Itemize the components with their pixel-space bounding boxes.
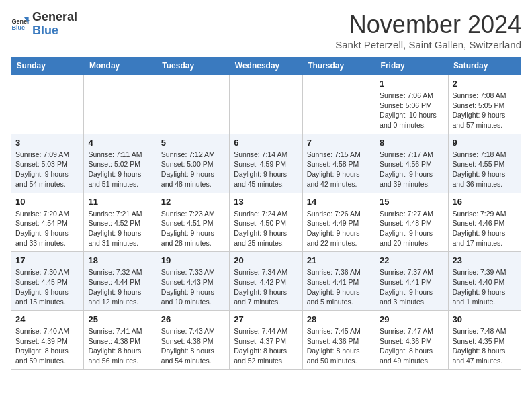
day-number: 23 <box>453 255 517 265</box>
day-number: 7 <box>307 138 371 148</box>
month-title: November 2024 <box>335 11 521 39</box>
day-info: Sunrise: 7:09 AMSunset: 5:03 PMDaylight:… <box>15 150 79 189</box>
calendar-day-cell <box>84 75 157 134</box>
calendar-day-cell: 22Sunrise: 7:37 AMSunset: 4:41 PMDayligh… <box>375 252 448 311</box>
day-number: 3 <box>15 138 79 148</box>
day-info: Sunrise: 7:30 AMSunset: 4:45 PMDaylight:… <box>15 267 79 307</box>
calendar-week-row: 10Sunrise: 7:20 AMSunset: 4:54 PMDayligh… <box>11 193 521 252</box>
location-title: Sankt Peterzell, Saint Gallen, Switzerla… <box>335 39 521 50</box>
day-number: 8 <box>380 138 443 148</box>
day-number: 27 <box>234 314 298 324</box>
day-info: Sunrise: 7:14 AMSunset: 4:59 PMDaylight:… <box>234 150 298 189</box>
day-info: Sunrise: 7:12 AMSunset: 5:00 PMDaylight:… <box>161 150 225 189</box>
day-info: Sunrise: 7:32 AMSunset: 4:44 PMDaylight:… <box>88 267 152 307</box>
day-number: 12 <box>161 197 225 207</box>
day-info: Sunrise: 7:20 AMSunset: 4:54 PMDaylight:… <box>15 209 79 248</box>
calendar-day-cell: 11Sunrise: 7:21 AMSunset: 4:52 PMDayligh… <box>84 193 157 252</box>
day-number: 6 <box>234 138 298 148</box>
calendar-day-cell: 18Sunrise: 7:32 AMSunset: 4:44 PMDayligh… <box>84 252 157 311</box>
calendar-day-cell: 26Sunrise: 7:43 AMSunset: 4:38 PMDayligh… <box>157 311 229 370</box>
day-number: 29 <box>380 314 443 324</box>
calendar-table: SundayMondayTuesdayWednesdayThursdayFrid… <box>11 57 521 370</box>
calendar-day-cell: 20Sunrise: 7:34 AMSunset: 4:42 PMDayligh… <box>230 252 302 311</box>
day-info: Sunrise: 7:33 AMSunset: 4:43 PMDaylight:… <box>161 267 225 307</box>
day-info: Sunrise: 7:17 AMSunset: 4:56 PMDaylight:… <box>380 150 443 189</box>
weekday-header-cell: Thursday <box>302 57 375 75</box>
day-number: 21 <box>307 255 371 265</box>
calendar-day-cell: 8Sunrise: 7:17 AMSunset: 4:56 PMDaylight… <box>375 134 448 193</box>
calendar-day-cell: 19Sunrise: 7:33 AMSunset: 4:43 PMDayligh… <box>157 252 229 311</box>
calendar-day-cell <box>302 75 375 134</box>
calendar-day-cell: 5Sunrise: 7:12 AMSunset: 5:00 PMDaylight… <box>157 134 229 193</box>
weekday-header-cell: Monday <box>84 57 157 75</box>
day-info: Sunrise: 7:40 AMSunset: 4:39 PMDaylight:… <box>15 326 79 366</box>
calendar-day-cell: 15Sunrise: 7:27 AMSunset: 4:48 PMDayligh… <box>375 193 448 252</box>
calendar-day-cell: 14Sunrise: 7:26 AMSunset: 4:49 PMDayligh… <box>302 193 375 252</box>
calendar-day-cell: 13Sunrise: 7:24 AMSunset: 4:50 PMDayligh… <box>230 193 302 252</box>
day-number: 11 <box>88 197 152 207</box>
calendar-day-cell <box>157 75 229 134</box>
day-info: Sunrise: 7:36 AMSunset: 4:41 PMDaylight:… <box>307 267 371 307</box>
day-number: 30 <box>453 314 517 324</box>
day-info: Sunrise: 7:37 AMSunset: 4:41 PMDaylight:… <box>380 267 443 307</box>
day-info: Sunrise: 7:15 AMSunset: 4:58 PMDaylight:… <box>307 150 371 189</box>
weekday-header-cell: Saturday <box>448 57 521 75</box>
calendar-day-cell: 28Sunrise: 7:45 AMSunset: 4:36 PMDayligh… <box>302 311 375 370</box>
weekday-header-row: SundayMondayTuesdayWednesdayThursdayFrid… <box>11 57 521 75</box>
day-number: 1 <box>380 79 443 89</box>
day-info: Sunrise: 7:26 AMSunset: 4:49 PMDaylight:… <box>307 209 371 248</box>
calendar-day-cell: 25Sunrise: 7:41 AMSunset: 4:38 PMDayligh… <box>84 311 157 370</box>
calendar-day-cell: 7Sunrise: 7:15 AMSunset: 4:58 PMDaylight… <box>302 134 375 193</box>
day-info: Sunrise: 7:43 AMSunset: 4:38 PMDaylight:… <box>161 326 225 366</box>
day-number: 25 <box>88 314 152 324</box>
logo-icon: General Blue <box>11 15 30 34</box>
calendar-day-cell: 10Sunrise: 7:20 AMSunset: 4:54 PMDayligh… <box>11 193 84 252</box>
day-number: 2 <box>453 79 517 89</box>
day-info: Sunrise: 7:24 AMSunset: 4:50 PMDaylight:… <box>234 209 298 248</box>
day-number: 14 <box>307 197 371 207</box>
calendar-day-cell: 4Sunrise: 7:11 AMSunset: 5:02 PMDaylight… <box>84 134 157 193</box>
day-number: 15 <box>380 197 443 207</box>
day-info: Sunrise: 7:29 AMSunset: 4:46 PMDaylight:… <box>453 209 517 248</box>
day-number: 4 <box>88 138 152 148</box>
day-number: 18 <box>88 255 152 265</box>
calendar-day-cell: 17Sunrise: 7:30 AMSunset: 4:45 PMDayligh… <box>11 252 84 311</box>
calendar-day-cell: 29Sunrise: 7:47 AMSunset: 4:36 PMDayligh… <box>375 311 448 370</box>
title-block: November 2024 Sankt Peterzell, Saint Gal… <box>335 11 521 50</box>
weekday-header-cell: Sunday <box>11 57 84 75</box>
day-number: 19 <box>161 255 225 265</box>
weekday-header-cell: Wednesday <box>230 57 302 75</box>
day-number: 22 <box>380 255 443 265</box>
day-info: Sunrise: 7:08 AMSunset: 5:05 PMDaylight:… <box>453 91 517 130</box>
calendar-day-cell: 6Sunrise: 7:14 AMSunset: 4:59 PMDaylight… <box>230 134 302 193</box>
calendar-day-cell: 2Sunrise: 7:08 AMSunset: 5:05 PMDaylight… <box>448 75 521 134</box>
day-number: 28 <box>307 314 371 324</box>
calendar-day-cell: 24Sunrise: 7:40 AMSunset: 4:39 PMDayligh… <box>11 311 84 370</box>
weekday-header-cell: Tuesday <box>157 57 229 75</box>
day-info: Sunrise: 7:45 AMSunset: 4:36 PMDaylight:… <box>307 326 371 366</box>
calendar-day-cell: 23Sunrise: 7:39 AMSunset: 4:40 PMDayligh… <box>448 252 521 311</box>
calendar-week-row: 1Sunrise: 7:06 AMSunset: 5:06 PMDaylight… <box>11 75 521 134</box>
day-number: 24 <box>15 314 79 324</box>
calendar-day-cell: 9Sunrise: 7:18 AMSunset: 4:55 PMDaylight… <box>448 134 521 193</box>
day-info: Sunrise: 7:44 AMSunset: 4:37 PMDaylight:… <box>234 326 298 366</box>
day-number: 10 <box>15 197 79 207</box>
logo: General Blue General Blue <box>11 11 77 38</box>
calendar-day-cell: 1Sunrise: 7:06 AMSunset: 5:06 PMDaylight… <box>375 75 448 134</box>
day-info: Sunrise: 7:27 AMSunset: 4:48 PMDaylight:… <box>380 209 443 248</box>
day-info: Sunrise: 7:18 AMSunset: 4:55 PMDaylight:… <box>453 150 517 189</box>
day-number: 5 <box>161 138 225 148</box>
calendar-week-row: 24Sunrise: 7:40 AMSunset: 4:39 PMDayligh… <box>11 311 521 370</box>
day-info: Sunrise: 7:06 AMSunset: 5:06 PMDaylight:… <box>380 91 443 130</box>
day-info: Sunrise: 7:39 AMSunset: 4:40 PMDaylight:… <box>453 267 517 307</box>
day-number: 26 <box>161 314 225 324</box>
day-info: Sunrise: 7:47 AMSunset: 4:36 PMDaylight:… <box>380 326 443 366</box>
calendar-day-cell: 21Sunrise: 7:36 AMSunset: 4:41 PMDayligh… <box>302 252 375 311</box>
day-info: Sunrise: 7:48 AMSunset: 4:35 PMDaylight:… <box>453 326 517 366</box>
day-number: 13 <box>234 197 298 207</box>
calendar-day-cell: 16Sunrise: 7:29 AMSunset: 4:46 PMDayligh… <box>448 193 521 252</box>
calendar-week-row: 17Sunrise: 7:30 AMSunset: 4:45 PMDayligh… <box>11 252 521 311</box>
calendar-day-cell <box>230 75 302 134</box>
day-info: Sunrise: 7:34 AMSunset: 4:42 PMDaylight:… <box>234 267 298 307</box>
calendar-body: 1Sunrise: 7:06 AMSunset: 5:06 PMDaylight… <box>11 75 521 370</box>
